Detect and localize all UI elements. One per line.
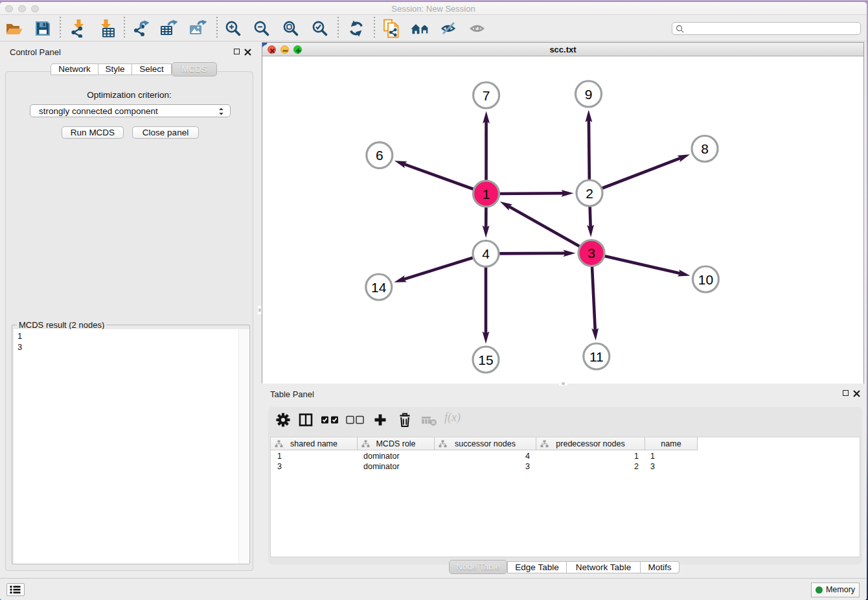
svg-text:10: 10	[698, 272, 713, 287]
svg-text:8: 8	[701, 141, 709, 156]
svg-text:3: 3	[588, 246, 595, 260]
svg-text:11: 11	[589, 349, 604, 364]
svg-text:2: 2	[586, 186, 593, 201]
svg-text:7: 7	[483, 88, 490, 103]
svg-text:6: 6	[376, 148, 383, 163]
svg-text:14: 14	[371, 280, 387, 295]
svg-text:15: 15	[478, 352, 493, 367]
svg-text:1: 1	[483, 187, 490, 202]
svg-text:4: 4	[482, 246, 490, 261]
svg-text:9: 9	[585, 87, 593, 102]
